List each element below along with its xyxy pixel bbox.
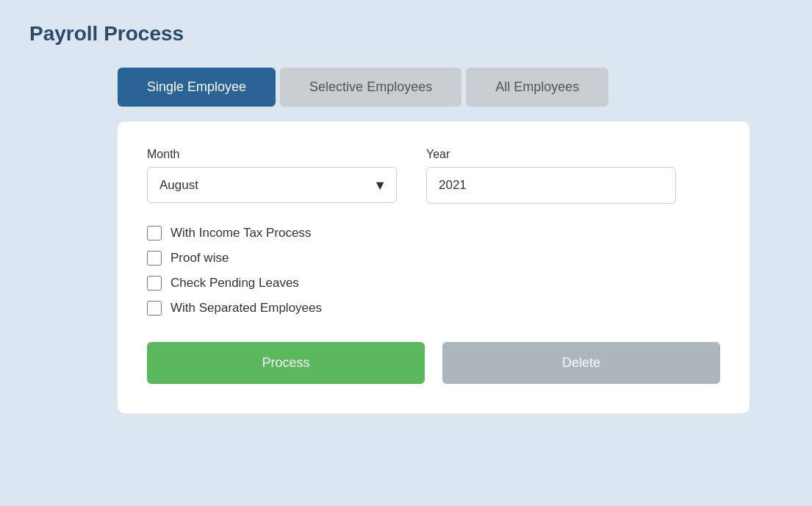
- proof-wise-label: Proof wise: [170, 251, 229, 266]
- separated-checkbox[interactable]: [147, 301, 162, 316]
- month-select-wrapper: January February March April May June Ju…: [147, 167, 397, 203]
- check-pending-label: Check Pending Leaves: [170, 276, 299, 291]
- checkboxes-group: With Income Tax Process Proof wise Check…: [147, 226, 720, 316]
- tab-single-employee[interactable]: Single Employee: [118, 68, 276, 107]
- form-row-month-year: Month January February March April May J…: [147, 148, 720, 204]
- form-card: Month January February March April May J…: [118, 121, 750, 413]
- separated-label: With Separated Employees: [170, 301, 322, 316]
- button-row: Process Delete: [147, 342, 720, 384]
- year-label: Year: [426, 148, 676, 161]
- tab-selective-employees[interactable]: Selective Employees: [280, 68, 461, 107]
- checkbox-separated: With Separated Employees: [147, 301, 720, 316]
- page-title: Payroll Process: [29, 22, 783, 46]
- income-tax-label: With Income Tax Process: [170, 226, 311, 240]
- year-group: Year: [426, 148, 676, 204]
- month-select[interactable]: January February March April May June Ju…: [147, 167, 397, 203]
- tab-all-employees[interactable]: All Employees: [466, 68, 608, 107]
- year-input[interactable]: [426, 167, 676, 204]
- delete-button[interactable]: Delete: [442, 342, 720, 384]
- tab-bar: Single Employee Selective Employees All …: [118, 68, 783, 107]
- checkbox-income-tax: With Income Tax Process: [147, 226, 720, 240]
- month-label: Month: [147, 148, 397, 161]
- check-pending-checkbox[interactable]: [147, 276, 162, 291]
- income-tax-checkbox[interactable]: [147, 226, 162, 240]
- checkbox-check-pending: Check Pending Leaves: [147, 276, 720, 291]
- proof-wise-checkbox[interactable]: [147, 251, 162, 266]
- checkbox-proof-wise: Proof wise: [147, 251, 720, 266]
- month-group: Month January February March April May J…: [147, 148, 397, 204]
- process-button[interactable]: Process: [147, 342, 425, 384]
